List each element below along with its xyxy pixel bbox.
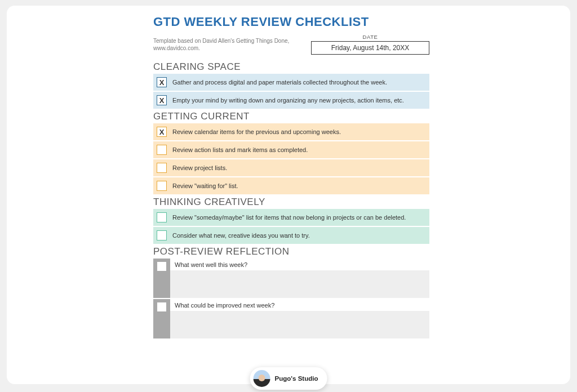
author-name: Pugo's Studio: [275, 375, 318, 382]
checklist-item: Review "someday/maybe" list for items th…: [153, 209, 429, 226]
template-attribution: Template based on David Allen's Getting …: [153, 34, 302, 52]
checkbox[interactable]: [157, 181, 167, 191]
checkbox[interactable]: [157, 262, 166, 271]
reflection-question: What could be improved next week?: [170, 299, 429, 311]
checklist-item: X Gather and process digital and paper m…: [153, 74, 429, 91]
reflection-strip: [153, 259, 170, 298]
reflection-body: What could be improved next week?: [170, 299, 429, 338]
checklist-item: Review action lists and mark items as co…: [153, 141, 429, 158]
checklist-item-text: Consider what new, creative ideas you wa…: [172, 232, 310, 239]
reflection-item: What went well this week?: [153, 259, 429, 298]
reflection-textarea[interactable]: [170, 270, 429, 298]
section-heading-current: GETTING CURRENT: [153, 111, 429, 122]
reflection-body: What went well this week?: [170, 259, 429, 298]
author-badge[interactable]: Pugo's Studio: [250, 367, 327, 390]
section-heading-creative: THINKING CREATIVELY: [153, 197, 429, 208]
checkbox[interactable]: [157, 163, 167, 173]
section-heading-reflection: POST-REVIEW REFLECTION: [153, 246, 429, 257]
checklist-item-text: Review action lists and mark items as co…: [172, 146, 308, 153]
date-input[interactable]: Friday, August 14th, 20XX: [311, 41, 429, 55]
page-title: GTD WEEKLY REVIEW CHECKLIST: [153, 15, 429, 29]
checklist-item-text: Gather and process digital and paper mat…: [172, 79, 387, 86]
document: GTD WEEKLY REVIEW CHECKLIST Template bas…: [153, 15, 429, 340]
section-heading-clearing: CLEARING SPACE: [153, 61, 429, 73]
checkbox[interactable]: X: [157, 77, 167, 87]
checklist-item-text: Review "someday/maybe" list for items th…: [172, 214, 406, 221]
page-card: GTD WEEKLY REVIEW CHECKLIST Template bas…: [7, 6, 570, 384]
avatar: [254, 370, 270, 387]
checkbox[interactable]: X: [157, 95, 167, 105]
checklist-item-text: Review calendar items for the previous a…: [172, 128, 341, 135]
reflection-textarea[interactable]: [170, 311, 429, 338]
checklist-item: Review project lists.: [153, 159, 429, 176]
date-label: DATE: [311, 34, 429, 40]
reflection-question: What went well this week?: [170, 259, 429, 270]
checklist-item: X Review calendar items for the previous…: [153, 123, 429, 140]
checklist-item: X Empty your mind by writing down and or…: [153, 92, 429, 109]
checkbox[interactable]: X: [157, 127, 167, 137]
checkbox[interactable]: [157, 302, 166, 311]
reflection-item: What could be improved next week?: [153, 299, 429, 338]
checkbox[interactable]: [157, 230, 167, 240]
checklist-item-text: Review "waiting for" list.: [172, 182, 238, 189]
checklist-item: Review "waiting for" list.: [153, 177, 429, 194]
checkbox[interactable]: [157, 212, 167, 222]
checkbox[interactable]: [157, 145, 167, 155]
date-block: DATE Friday, August 14th, 20XX: [311, 34, 429, 55]
checklist-item: Consider what new, creative ideas you wa…: [153, 227, 429, 244]
checklist-item-text: Review project lists.: [172, 164, 227, 171]
checklist-item-text: Empty your mind by writing down and orga…: [172, 97, 404, 104]
meta-row: Template based on David Allen's Getting …: [153, 34, 429, 55]
reflection-strip: [153, 299, 170, 338]
